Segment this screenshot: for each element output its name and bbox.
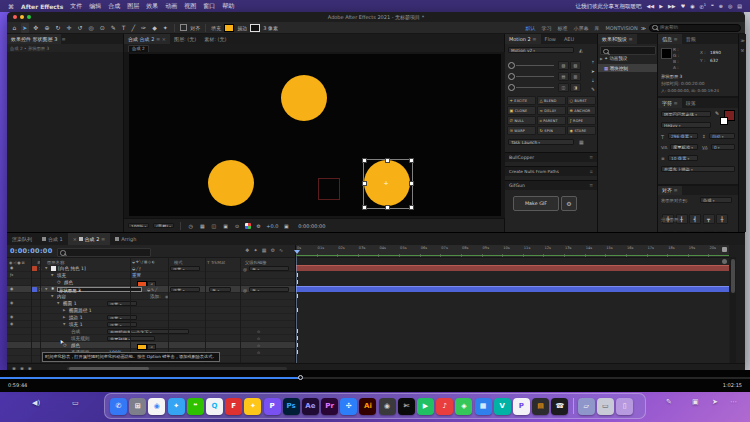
motion-button-stare[interactable]: ◉STARE [567, 126, 596, 135]
menu-文件[interactable]: 文件 [70, 2, 82, 11]
tab-audio[interactable]: 音频 [682, 34, 700, 44]
dock-folder[interactable]: ▱ [578, 398, 595, 415]
layer-switches[interactable]: ◒✎╱ [147, 287, 158, 292]
playhead-marker[interactable] [294, 250, 300, 257]
transparency-grid-icon[interactable]: ⊙ [234, 221, 241, 231]
timeline-view-icons[interactable]: ❖✦▦⚙∿ [245, 247, 287, 253]
tab-flow[interactable]: Flow [541, 34, 560, 44]
kerning-dropdown[interactable]: 度量标准 [670, 144, 698, 150]
home-tool-icon[interactable]: ⌂ [11, 23, 18, 33]
keyframe-mark[interactable] [297, 308, 298, 312]
twirl-icon[interactable]: ▼ [45, 267, 47, 270]
twirl-icon[interactable]: ▼ [63, 323, 65, 326]
effects-group-animation-presets[interactable]: ▶ ✦ 动画预设 [600, 56, 627, 61]
include-property-icon[interactable]: ⊙ [257, 330, 260, 334]
grid-icon[interactable]: ▦ [579, 139, 584, 145]
workspace-tab-默认[interactable]: 默认 [526, 25, 536, 31]
dock-app-dark[interactable]: ☎ [551, 398, 568, 415]
eyedropper-icon[interactable]: ✎ [715, 110, 719, 116]
tab-comp2[interactable]: × 合成 2 ≡ [68, 233, 110, 245]
group-row-ellipse-path[interactable]: ▶ 椭圆路径 1 [7, 307, 295, 314]
media-next-icon[interactable]: ▶▶ [668, 3, 676, 9]
close-tab-icon[interactable]: × [162, 36, 166, 42]
tab-aeu[interactable]: AEU [560, 34, 578, 44]
stopwatch-icon[interactable]: ◷ [63, 343, 67, 348]
blend-mode-dropdown[interactable]: 正常 [170, 266, 200, 272]
line-tool-icon[interactable]: ╱ [130, 23, 137, 33]
motion-button-rope[interactable]: ∫ROPE [567, 116, 596, 125]
pencil-annotate-icon[interactable]: ✎ [666, 398, 672, 406]
font-size-dropdown[interactable]: 296 像素 [668, 133, 698, 139]
dock-compass-dark[interactable]: ◉ [379, 398, 396, 415]
cursor-tool-icon[interactable]: ➤ [591, 69, 595, 74]
tracking-dropdown[interactable]: 0 [711, 144, 735, 150]
magnification-dropdown[interactable]: 100% [128, 223, 149, 229]
snapshot-camera-icon[interactable]: ▣ [282, 221, 290, 231]
slider-knob[interactable] [508, 84, 515, 91]
globe-icon[interactable]: ⊕ [719, 3, 723, 9]
motion-button-anchor[interactable]: ⊕ANCHOR [567, 106, 596, 115]
include-property-icon[interactable]: ⊙ [257, 344, 260, 348]
phone-icon[interactable]: ✆1 [700, 3, 706, 10]
workspace-tab-MONTVISION[interactable]: MONTVISION [606, 25, 638, 31]
add-label[interactable]: 添加: [150, 294, 161, 299]
seek-bar[interactable] [0, 377, 750, 379]
keyframe-mark[interactable] [297, 329, 298, 333]
font-style-dropdown[interactable]: Heavy [661, 122, 711, 128]
slider-knob[interactable] [508, 73, 515, 80]
window-title-bar[interactable]: Adobe After Effects 2021 - 无标题项目 * [7, 12, 745, 22]
app-menu[interactable]: After Effects [21, 3, 63, 10]
timeline-mini-button[interactable] [722, 247, 727, 252]
dock-app-p-light[interactable]: P [513, 398, 530, 415]
group-row-contents[interactable]: ▼ 内容 添加: ◉ [7, 293, 295, 300]
dock-chrome[interactable]: ◉ [148, 398, 165, 415]
layer-bar-shape-selected[interactable] [296, 286, 729, 292]
control-center-icon[interactable]: ▤ [737, 3, 742, 9]
rotate-tool-icon[interactable]: ↺ [76, 23, 84, 33]
pan-camera-tool-icon[interactable]: ✛ [65, 23, 73, 33]
eye-icon[interactable]: ◉ [10, 322, 13, 326]
slider-knob[interactable] [508, 62, 515, 69]
dock-displays[interactable]: ▭ [597, 398, 614, 415]
mode-header[interactable]: 模式 [174, 260, 183, 265]
tab-layer-viewer[interactable]: 图层: (无) [170, 34, 200, 44]
motion-button-parent[interactable]: ⌗PARENT [537, 116, 566, 125]
stroke-width-value[interactable]: 3 像素 [263, 25, 278, 31]
anchor-point-icon[interactable]: ✛ [384, 180, 388, 186]
tab-comp1[interactable]: 合成 1 [37, 233, 68, 245]
dock-launchpad[interactable]: ⊞ [129, 398, 146, 415]
puppet-pin-tool-icon[interactable]: ✦ [161, 23, 169, 33]
wrench-icon[interactable]: ⚒ [741, 48, 745, 53]
eye-icon[interactable]: ◉ [10, 287, 13, 291]
label-color-swatch[interactable] [32, 266, 37, 271]
effect-name[interactable]: 填充 [57, 273, 66, 278]
motion-graph-icon[interactable]: ◭ [579, 47, 583, 53]
dock-trash[interactable]: ▯ [616, 398, 633, 415]
dock-capcut[interactable]: ✄ [398, 398, 415, 415]
twirl-icon[interactable]: ▼ [51, 274, 53, 277]
motion-button-excite[interactable]: +EXCITE [507, 96, 536, 105]
align-to-dropdown[interactable]: 合成 [700, 197, 732, 203]
dock-app-chart[interactable]: ▦ [475, 398, 492, 415]
menu-视图[interactable]: 视图 [184, 2, 196, 11]
property-row-composite[interactable]: 合成 在同组中前一个之下 ⊙ [7, 328, 295, 335]
gifgun-settings-button[interactable]: ⚙ [561, 196, 577, 211]
slider-option-button[interactable]: ◫ [558, 83, 569, 92]
dock-pinwheel[interactable]: ✣ [340, 398, 357, 415]
include-property-icon[interactable]: ⊙ [257, 337, 260, 341]
resolution-dropdown[interactable]: (完整) [153, 223, 174, 229]
tab-motion2[interactable]: Motion 2 ≡ [505, 34, 541, 44]
apple-menu-icon[interactable]: ⌘ [8, 3, 14, 10]
dock-safari[interactable]: ✦ [168, 398, 185, 415]
tab-character[interactable]: 字符 ≡ [658, 98, 682, 108]
workspace-overflow-icon[interactable]: ≫ [641, 25, 646, 31]
menu-效果[interactable]: 效果 [146, 2, 158, 11]
panel-expand-icon[interactable]: ≫ [741, 38, 745, 43]
motion-button-clone[interactable]: ▣CLONE [507, 106, 536, 115]
panel-menu-icon[interactable]: ≡ [61, 34, 65, 44]
tab-comp3[interactable]: Arrigh [110, 233, 141, 245]
keyframe-mark[interactable] [297, 336, 298, 340]
trkmat-header[interactable]: T TrkMat [207, 260, 225, 265]
slider-track[interactable] [516, 87, 554, 88]
layer-bar-solid[interactable] [296, 265, 729, 271]
